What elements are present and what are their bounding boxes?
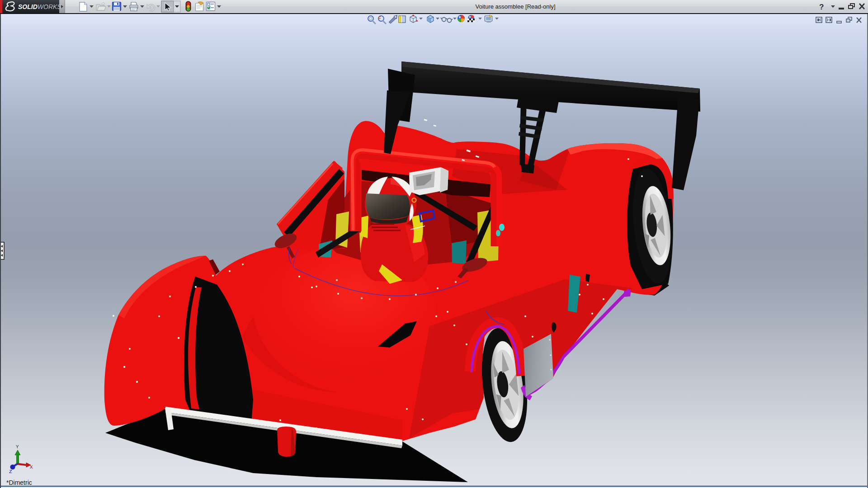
svg-text:X: X xyxy=(30,465,33,470)
svg-text:SOLIDWORKS: SOLIDWORKS xyxy=(18,3,61,10)
svg-text:?: ? xyxy=(819,3,824,11)
svg-text:Z: Z xyxy=(9,469,12,474)
svg-text:Y: Y xyxy=(16,444,19,450)
